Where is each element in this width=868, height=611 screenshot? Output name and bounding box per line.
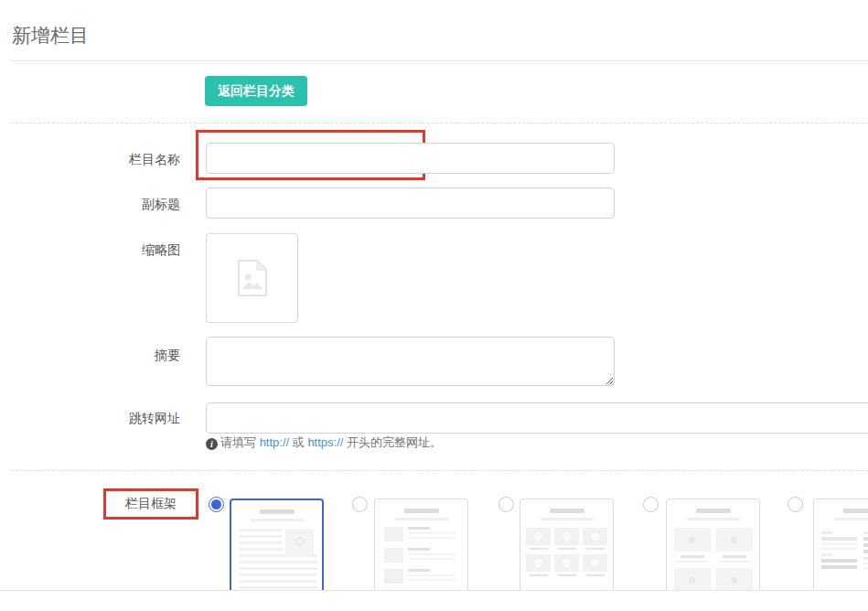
redirect-url-label: 跳转网址	[61, 411, 180, 427]
frame-template-card-article[interactable]	[230, 498, 324, 590]
hint-text: 请填写	[220, 435, 260, 449]
summary-textarea[interactable]	[206, 337, 615, 386]
summary-label: 摘要	[61, 348, 180, 364]
wireframe-image-text-list	[375, 509, 467, 590]
subtitle-label: 副标题	[61, 197, 180, 213]
title-divider	[11, 60, 868, 61]
content-bottom-divider	[0, 590, 868, 591]
page-title: 新增栏目	[12, 23, 89, 48]
thumbnail-label: 缩略图	[61, 242, 180, 259]
subtitle-input[interactable]	[206, 188, 615, 219]
frame-option-radio-1[interactable]	[209, 497, 224, 512]
frame-option-radio-2[interactable]	[352, 497, 368, 512]
frame-template-card-list[interactable]	[374, 498, 468, 590]
info-icon: i	[206, 438, 218, 450]
frame-template-card-video-grid[interactable]	[520, 498, 614, 590]
https-protocol-link[interactable]: https://	[307, 435, 343, 449]
section-divider-top	[11, 123, 868, 123]
hint-text: 开头的完整网址。	[343, 435, 442, 449]
section-divider-bottom	[11, 470, 868, 471]
hint-text: 或	[289, 435, 307, 449]
frame-option-radio-5[interactable]	[788, 497, 803, 512]
wireframe-image-card-grid	[667, 509, 759, 590]
column-frame-label: 栏目框架	[125, 496, 177, 512]
column-name-input[interactable]	[206, 143, 615, 174]
redirect-url-hint: i请填写 http:// 或 https:// 开头的完整网址。	[206, 434, 442, 451]
wireframe-video-grid	[520, 509, 613, 590]
frame-option-radio-4[interactable]	[643, 497, 659, 512]
add-column-page: 新增栏目 返回栏目分类 栏目名称 副标题 缩略图 摘要 跳转网址 i请填写 ht…	[0, 0, 868, 611]
http-protocol-link[interactable]: http://	[260, 435, 290, 449]
frame-option-radio-3[interactable]	[498, 497, 514, 512]
wireframe-article-detail	[231, 509, 322, 590]
frame-template-card-image-grid[interactable]	[666, 498, 760, 590]
column-frame-section: 栏目框架	[0, 476, 868, 590]
image-file-icon	[237, 259, 268, 297]
wireframe-two-column-info	[814, 509, 868, 590]
thumbnail-upload-box[interactable]	[206, 233, 298, 323]
back-to-categories-button[interactable]: 返回栏目分类	[205, 76, 307, 106]
annotation-box-column-frame: 栏目框架	[103, 488, 198, 520]
column-name-label: 栏目名称	[61, 152, 180, 168]
redirect-url-input[interactable]	[206, 402, 868, 434]
wireframe-image-placeholder	[285, 529, 314, 554]
frame-template-card-two-column[interactable]	[813, 498, 868, 590]
